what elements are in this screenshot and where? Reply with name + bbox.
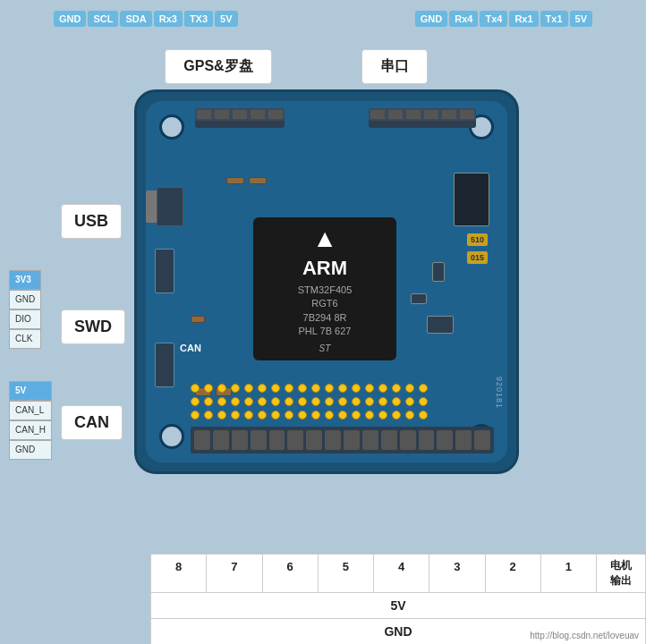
motor-num-7: 7 [207,555,262,592]
motor-num-5: 5 [319,555,374,592]
usb-body [157,187,183,226]
resistor-1 [226,177,244,184]
can-pin-gnd: GND [9,440,52,460]
motor-num-2: 2 [486,555,541,592]
right-component [454,173,489,226]
capacitor-2 [411,293,427,304]
watermark: http://blog.csdn.net/loveuav [530,631,639,640]
left-pin-group: GND SCL SDA Rx3 TX3 5V [54,11,238,27]
motor-num-8: 8 [151,555,207,592]
right-pin-group: GND Rx4 Tx4 Rx1 Tx1 5V [415,11,592,27]
power-5v: 5V [151,593,645,618]
5v-row: 5V [150,592,646,618]
swd-pins-area: 3V3 GND DIO CLK [9,270,41,354]
can-pin-canl: CAN_L [9,401,52,420]
arm-chip: ▲ ARM STM32F405RGT67B294 8RPHL 7B 627 ST [253,217,396,360]
pin-tx3: TX3 [184,11,213,27]
pin-tx4: Tx4 [480,11,507,27]
board-can-label: CAN [180,343,201,353]
pcb-inner: CAN ▲ ARM STM32F405RGT67B294 8RPHL 7B 62… [146,101,507,462]
swd-pin-group: 3V3 GND DIO CLK [9,270,41,349]
motor-num-1: 1 [541,555,597,592]
corner-hole-bl [159,424,184,449]
pin-scl: SCL [88,11,118,27]
pin-rx1: Rx1 [509,11,538,27]
can-pin-canh: CAN_H [9,420,52,440]
pin-gnd2: GND [415,11,447,27]
resistor-3 [191,316,205,323]
pin-rx3: Rx3 [154,11,183,27]
can-pin-group: 5V CAN_L CAN_H GND [9,381,52,460]
arm-chip-model: STM32F405RGT67B294 8RPHL 7B 627 [298,284,353,339]
board-watermark: 920181 [495,377,504,409]
swd-label: SWD [61,309,125,344]
corner-hole-tl [159,114,184,140]
can-label: CAN [61,405,123,440]
pcb-board: CAN ▲ ARM STM32F405RGT67B294 8RPHL 7B 62… [134,89,519,474]
swd-pin-3v3: 3V3 [9,270,41,290]
chip-015: 015 [467,251,488,264]
can-connector [155,343,174,387]
can-pins-area: 5V CAN_L CAN_H GND [9,381,52,465]
resistor-2 [249,177,267,184]
swd-pin-dio: DIO [9,309,41,329]
motor-num-3: 3 [429,555,485,592]
swd-pin-gnd: GND [9,290,41,309]
top-connectors: GND SCL SDA Rx3 TX3 5V GND Rx4 Tx4 Rx1 T… [0,11,646,27]
arm-brand: ARM [302,257,347,280]
swd-connector [155,249,174,293]
motor-numbers-row: 8 7 6 5 4 3 2 1 电机输出 [150,554,646,592]
capacitor-1 [432,262,445,282]
motor-num-6: 6 [263,555,319,592]
motor-output-header: 电机输出 [597,555,646,592]
gps-label: GPS&罗盘 [165,49,271,84]
top-function-labels: GPS&罗盘 串口 [0,49,646,84]
capacitor-3 [427,316,454,334]
pin-rx4: Rx4 [449,11,478,27]
chip-510: 510 [467,233,488,246]
pin-tx1: Tx1 [540,11,568,27]
serial-label: 串口 [361,49,428,84]
arm-arrow-icon: ▲ [312,225,337,253]
can-pin-5v: 5V [9,381,52,401]
swd-pin-clk: CLK [9,329,41,349]
pin-5v2: 5V [570,11,592,27]
motor-num-4: 4 [374,555,429,592]
pin-5v1: 5V [215,11,237,27]
usb-label: USB [61,204,122,239]
pin-gnd1: GND [54,11,86,27]
pin-sda: SDA [120,11,151,27]
